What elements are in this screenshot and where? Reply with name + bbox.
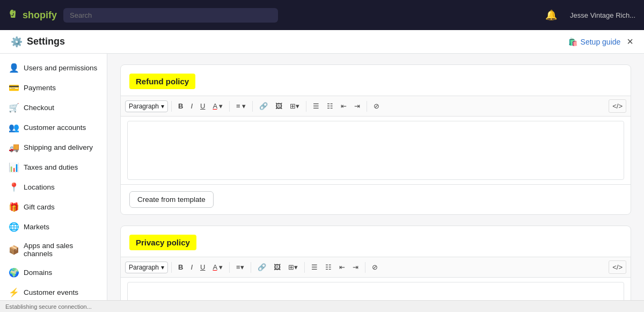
settings-layout: 👤 Users and permissions 💳 Payments 🛒 Che…: [0, 54, 644, 312]
refund-policy-toolbar: Paragraph ▾ B I U A ▾ ≡ ▾: [121, 96, 631, 117]
refund-policy-editor-wrapper: [121, 121, 631, 180]
font-color-button[interactable]: A ▾: [209, 100, 226, 112]
sidebar-item-customer-events[interactable]: ⚡ Customer events: [0, 282, 107, 302]
ol-button[interactable]: ☷: [322, 261, 335, 273]
setup-guide-button[interactable]: 🛍️ Setup guide: [568, 38, 621, 46]
align-button[interactable]: ≡▾: [233, 261, 247, 273]
domains-icon: 🌍: [9, 267, 18, 278]
close-button[interactable]: ×: [627, 35, 633, 48]
sidebar-item-gift-cards[interactable]: 🎁 Gift cards: [0, 197, 107, 217]
sidebar-item-checkout[interactable]: 🛒 Checkout: [0, 98, 107, 118]
link-button[interactable]: 🔗: [256, 100, 271, 112]
paragraph-select[interactable]: Paragraph ▾: [125, 262, 168, 273]
toolbar-divider: [251, 262, 251, 273]
settings-container: ⚙️ Settings 🛍️ Setup guide × 👤 Users and…: [0, 30, 644, 312]
toolbar-divider: [365, 262, 365, 273]
sidebar-item-markets[interactable]: 🌐 Markets: [0, 217, 107, 237]
payments-icon: 💳: [9, 83, 18, 93]
chevron-down-icon: ▾: [294, 263, 298, 271]
indent-right-button[interactable]: ⇥: [349, 261, 362, 273]
sidebar-item-label: Domains: [24, 269, 52, 277]
taxes-icon: 📊: [9, 162, 18, 172]
ul-button[interactable]: ☰: [308, 261, 321, 273]
sidebar-item-apps-sales[interactable]: 📦 Apps and sales channels: [0, 237, 107, 263]
shopify-logo: shopify: [9, 10, 57, 21]
table-button[interactable]: ⊞▾: [287, 100, 303, 112]
chevron-down-icon: ▾: [219, 102, 223, 110]
sidebar-item-label: Users and permissions: [24, 64, 97, 72]
image-button[interactable]: 🖼: [272, 100, 286, 112]
user-icon: 👤: [9, 63, 18, 73]
location-icon: 📍: [9, 182, 18, 192]
underline-button[interactable]: U: [197, 100, 208, 112]
refund-create-template-button[interactable]: Create from template: [129, 191, 214, 208]
sidebar-item-payments[interactable]: 💳 Payments: [0, 78, 107, 98]
sidebar-item-label: Markets: [24, 223, 49, 231]
underline-button[interactable]: U: [197, 261, 208, 273]
logo-text: shopify: [23, 10, 57, 21]
clear-format-button[interactable]: ⊘: [369, 261, 381, 273]
privacy-policy-card: Privacy policy Paragraph ▾ B I U A ▾: [120, 226, 631, 312]
ul-button[interactable]: ☰: [310, 100, 323, 112]
shop-icon: 🛍️: [568, 38, 577, 46]
refund-policy-title: Refund policy: [129, 74, 195, 89]
sidebar-item-label: Shipping and delivery: [24, 143, 93, 151]
chevron-down-icon: ▾: [242, 102, 246, 110]
italic-button[interactable]: I: [187, 261, 196, 273]
image-button[interactable]: 🖼: [270, 261, 284, 273]
sidebar-item-label: Locations: [24, 183, 55, 191]
indent-left-button[interactable]: ⇤: [336, 261, 348, 273]
chevron-down-icon: ▾: [161, 103, 164, 110]
sidebar-item-shipping-delivery[interactable]: 🚚 Shipping and delivery: [0, 137, 107, 157]
align-button[interactable]: ≡ ▾: [233, 100, 249, 112]
privacy-policy-title: Privacy policy: [129, 235, 196, 250]
sidebar-item-customer-accounts[interactable]: 👥 Customer accounts: [0, 118, 107, 137]
indent-left-button[interactable]: ⇤: [338, 100, 350, 112]
settings-title: ⚙️ Settings: [11, 36, 65, 48]
table-button[interactable]: ⊞▾: [285, 261, 301, 273]
sidebar-item-domains[interactable]: 🌍 Domains: [0, 263, 107, 282]
ol-button[interactable]: ☷: [324, 100, 336, 112]
gear-icon: ⚙️: [11, 36, 23, 48]
link-button[interactable]: 🔗: [254, 261, 269, 273]
apps-icon: 📦: [9, 245, 18, 255]
refund-policy-editor[interactable]: [127, 121, 624, 180]
refund-policy-card: Refund policy Paragraph ▾ B I U A ▾: [120, 64, 631, 215]
app-bar: shopify 🔔 Jesse Vintage Rich...: [0, 0, 644, 30]
paragraph-select[interactable]: Paragraph ▾: [125, 100, 168, 112]
user-name: Jesse Vintage Rich...: [570, 11, 635, 19]
sidebar-item-label: Customer events: [24, 288, 78, 296]
source-code-button[interactable]: </>: [609, 99, 626, 113]
main-content: Refund policy Paragraph ▾ B I U A ▾: [107, 54, 644, 312]
sidebar: 👤 Users and permissions 💳 Payments 🛒 Che…: [0, 54, 107, 312]
toolbar-divider: [171, 262, 172, 273]
source-code-button[interactable]: </>: [609, 260, 626, 274]
sidebar-item-label: Gift cards: [24, 203, 55, 211]
toolbar-divider: [304, 262, 305, 273]
chevron-down-icon: ▾: [296, 102, 299, 110]
settings-header-right: 🛍️ Setup guide ×: [568, 35, 633, 48]
customer-events-icon: ⚡: [9, 287, 18, 298]
sidebar-item-label: Taxes and duties: [24, 163, 78, 171]
clear-format-button[interactable]: ⊘: [370, 100, 383, 112]
chevron-down-icon: ▾: [240, 263, 244, 271]
markets-icon: 🌐: [9, 222, 18, 232]
sidebar-item-taxes-duties[interactable]: 📊 Taxes and duties: [0, 157, 107, 177]
chevron-down-icon: ▾: [161, 264, 164, 271]
notification-icon[interactable]: 🔔: [545, 9, 557, 21]
toolbar-divider: [229, 101, 230, 112]
font-color-button[interactable]: A ▾: [209, 261, 226, 273]
shipping-icon: 🚚: [9, 142, 18, 153]
customer-accounts-icon: 👥: [9, 122, 18, 133]
sidebar-item-locations[interactable]: 📍 Locations: [0, 177, 107, 197]
privacy-policy-toolbar: Paragraph ▾ B I U A ▾ ≡▾: [121, 257, 631, 278]
bold-button[interactable]: B: [175, 261, 186, 273]
checkout-icon: 🛒: [9, 103, 18, 113]
search-input[interactable]: [63, 8, 278, 23]
italic-button[interactable]: I: [187, 100, 196, 112]
refund-policy-footer: Create from template: [121, 184, 631, 214]
indent-right-button[interactable]: ⇥: [351, 100, 363, 112]
sidebar-item-users-permissions[interactable]: 👤 Users and permissions: [0, 58, 107, 78]
bold-button[interactable]: B: [175, 100, 186, 112]
settings-header: ⚙️ Settings 🛍️ Setup guide ×: [0, 30, 644, 54]
